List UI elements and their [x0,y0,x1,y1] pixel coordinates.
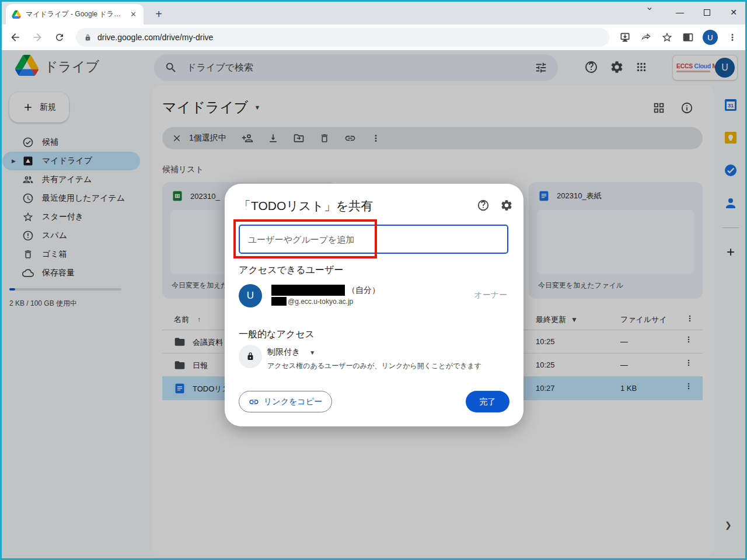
lock-icon [239,345,262,368]
window-close-button[interactable]: ✕ [720,0,747,24]
browser-menu-icon[interactable] [724,29,741,46]
forward-icon[interactable] [28,28,47,47]
owner-self-label: （自分） [347,285,380,296]
window-maximize-button[interactable] [693,0,720,24]
url-text: drive.google.com/drive/my-drive [97,33,213,42]
tab-close-icon[interactable]: ✕ [128,10,139,19]
share-dialog: 「TODOリスト」を共有 アクセスできるユーザー U （自分） @g.ecc.u… [225,184,523,426]
people-with-access-heading: アクセスできるユーザー [239,264,343,276]
drive-favicon [12,10,21,19]
browser-tab[interactable]: マイドライブ - Google ドライブ ✕ [6,4,144,24]
restricted-dropdown-icon[interactable]: ▼ [309,349,315,356]
general-access-heading: 一般的なアクセス [239,328,315,341]
browser-addressbar: drive.google.com/drive/my-drive U [0,24,747,50]
window-minimize-button[interactable]: — [666,0,693,24]
restricted-label[interactable]: 制限付き [267,347,300,358]
dialog-settings-icon[interactable] [500,199,513,212]
tab-search-chevron-icon[interactable] [645,5,654,13]
reload-icon[interactable] [50,28,69,47]
share-dialog-title: 「TODOリスト」を共有 [239,198,373,214]
site-lock-icon[interactable] [84,34,92,41]
drive-page: ドライブ ドライブで検索 ECCS Cloud Mail U [0,50,747,560]
url-bar[interactable]: drive.google.com/drive/my-drive [76,28,609,47]
restricted-description: アクセス権のあるユーザーのみが、リンクから開くことができます [267,361,481,371]
redacted-owner-name [271,285,345,296]
dialog-help-icon[interactable] [477,199,490,212]
owner-avatar: U [239,284,262,307]
screen: マイドライブ - Google ドライブ ✕ + — ✕ drive.googl… [0,0,747,560]
bookmark-star-icon[interactable] [658,29,676,46]
link-icon [249,397,259,407]
redacted-email-user [271,297,287,306]
new-tab-button[interactable]: + [151,6,167,22]
side-panel-icon[interactable] [679,29,697,46]
browser-tabstrip: マイドライブ - Google ドライブ ✕ + — ✕ [0,0,747,24]
owner-email-domain: @g.ecc.u-tokyo.ac.jp [288,298,353,306]
back-icon[interactable] [6,28,25,47]
copy-link-label: リンクをコピー [264,397,322,407]
copy-link-button[interactable]: リンクをコピー [239,391,332,412]
owner-row[interactable]: U （自分） @g.ecc.u-tokyo.ac.jp オーナー [239,284,509,310]
share-page-icon[interactable] [637,29,655,46]
install-app-icon[interactable] [616,29,634,46]
done-button[interactable]: 完了 [466,391,509,412]
owner-role-label: オーナー [474,290,507,300]
browser-profile-avatar[interactable]: U [703,30,718,45]
tab-title: マイドライブ - Google ドライブ [26,9,123,19]
add-people-input[interactable] [239,225,508,254]
